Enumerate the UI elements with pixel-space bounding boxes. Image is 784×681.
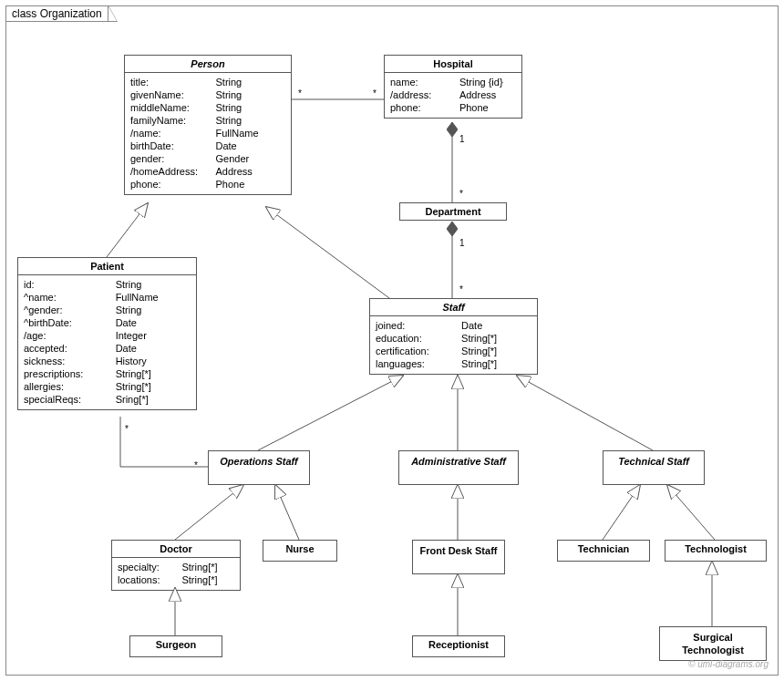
multiplicity: *	[459, 189, 463, 199]
svg-line-9	[275, 485, 299, 540]
svg-line-11	[603, 485, 640, 540]
class-administrative-staff: Administrative Staff	[398, 450, 519, 485]
multiplicity: 1	[459, 238, 465, 248]
class-technician: Technician	[557, 540, 650, 562]
class-title: Administrative Staff	[399, 451, 518, 471]
svg-line-7	[517, 376, 653, 450]
frame-label-tab: class Organization	[5, 5, 118, 22]
class-title: Technician	[558, 541, 649, 557]
multiplicity: *	[194, 460, 198, 470]
class-title: Staff	[370, 299, 537, 316]
class-hospital: Hospital name:String {id} /address:Addre…	[384, 55, 522, 119]
class-title: Person	[125, 56, 291, 73]
svg-line-5	[258, 376, 403, 450]
class-title: Operations Staff	[209, 451, 309, 471]
attributes: joined:Date education:String[*] certific…	[370, 316, 537, 374]
class-department: Department	[399, 202, 507, 221]
class-title: Patient	[18, 258, 196, 275]
class-diagram-frame: class Organization Person title:String g…	[5, 5, 779, 676]
class-front-desk-staff: Front Desk Staff	[412, 540, 505, 574]
class-doctor: Doctor specialty:String[*] locations:Str…	[111, 540, 241, 591]
multiplicity: *	[125, 424, 129, 434]
multiplicity: *	[298, 88, 302, 98]
attributes: id:String ^name:FullName ^gender:String …	[18, 275, 196, 409]
class-title: Department	[400, 203, 506, 220]
multiplicity: *	[373, 88, 377, 98]
class-technologist: Technologist	[665, 540, 767, 562]
class-patient: Patient id:String ^name:FullName ^gender…	[17, 257, 197, 410]
class-title: Nurse	[263, 541, 336, 557]
class-receptionist: Receptionist	[412, 635, 505, 657]
class-staff: Staff joined:Date education:String[*] ce…	[369, 298, 538, 375]
attributes: name:String {id} /address:Address phone:…	[385, 73, 521, 118]
watermark: © uml-diagrams.org	[688, 659, 769, 669]
class-title: Hospital	[385, 56, 521, 73]
svg-line-3	[107, 203, 148, 257]
class-technical-staff: Technical Staff	[603, 450, 705, 485]
multiplicity: *	[459, 284, 463, 294]
class-title: Doctor	[112, 541, 240, 558]
multiplicity: 1	[459, 134, 465, 144]
class-title: Surgeon	[130, 636, 222, 653]
class-nurse: Nurse	[263, 540, 337, 562]
class-surgical-technologist: Surgical Technologist	[659, 626, 767, 661]
class-title: Receptionist	[413, 636, 504, 653]
class-title: Technical Staff	[603, 451, 704, 471]
class-title: Surgical Technologist	[660, 627, 766, 660]
class-title: Front Desk Staff	[413, 541, 504, 561]
class-operations-staff: Operations Staff	[208, 450, 310, 485]
class-title: Technologist	[665, 541, 766, 557]
class-person: Person title:String givenName:String mid…	[124, 55, 292, 195]
svg-line-8	[175, 485, 243, 540]
class-surgeon: Surgeon	[129, 635, 222, 657]
frame-label: class Organization	[5, 5, 108, 22]
svg-line-4	[266, 207, 389, 298]
svg-line-12	[667, 485, 715, 540]
attributes: title:String givenName:String middleName…	[125, 73, 291, 194]
attributes: specialty:String[*] locations:String[*]	[112, 558, 240, 590]
